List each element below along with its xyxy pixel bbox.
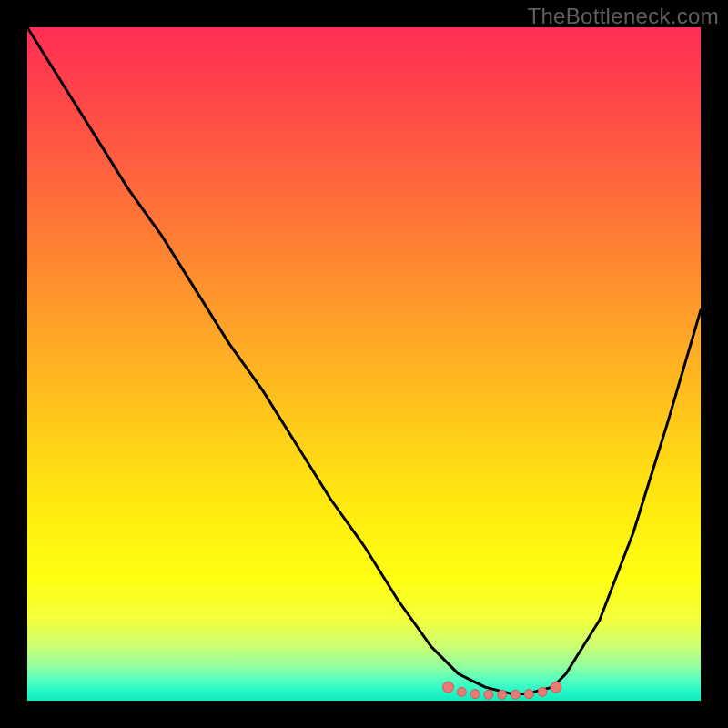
curve-marker — [498, 690, 507, 699]
curve-marker — [524, 690, 533, 699]
curve-marker — [551, 682, 561, 693]
curve-marker — [538, 687, 547, 696]
chart-frame: TheBottleneck.com — [0, 0, 728, 728]
curve-marker — [484, 690, 493, 699]
bottleneck-curve — [27, 27, 701, 694]
plot-area — [27, 27, 701, 701]
curve-marker — [443, 682, 454, 693]
watermark-text: TheBottleneck.com — [527, 4, 719, 29]
curve-markers — [443, 682, 561, 699]
curve-marker — [457, 687, 466, 696]
curve-svg — [27, 27, 701, 701]
curve-marker — [511, 690, 521, 699]
curve-marker — [470, 690, 480, 699]
